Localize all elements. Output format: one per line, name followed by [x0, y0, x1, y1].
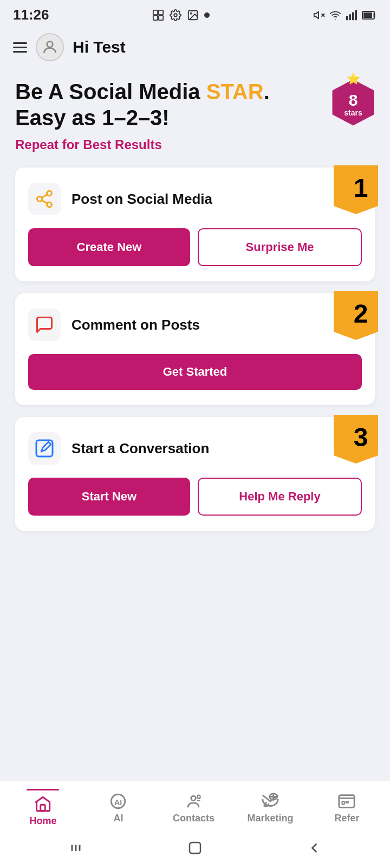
recent-apps-icon	[68, 840, 83, 856]
nav-ai-label: AI	[113, 813, 123, 824]
greeting-text: Hi Test	[73, 38, 126, 56]
nav-refer[interactable]: Refer	[325, 792, 368, 824]
bottom-nav: Home AI AI Contacts	[0, 781, 390, 868]
status-bar: 11:26	[0, 0, 390, 28]
svg-text:1: 1	[354, 173, 368, 202]
comment-icon	[35, 315, 54, 335]
svg-text:2: 2	[354, 299, 368, 328]
gear-icon	[170, 9, 181, 21]
create-new-button[interactable]: Create New	[28, 228, 190, 266]
home-icon	[34, 795, 52, 813]
dot-icon	[204, 12, 210, 18]
home-indicator	[27, 789, 59, 790]
svg-rect-14	[355, 10, 357, 20]
back-icon	[307, 840, 322, 856]
start-new-button[interactable]: Start New	[28, 478, 190, 516]
header: Hi Test	[0, 28, 390, 70]
nav-contacts[interactable]: Contacts	[172, 792, 215, 824]
card-number-3: 3	[334, 415, 377, 462]
home-gesture-button[interactable]	[186, 839, 204, 857]
card-2-header: Comment on Posts	[28, 308, 362, 341]
svg-text:AI: AI	[114, 798, 122, 807]
svg-rect-16	[363, 12, 372, 18]
card-2-title: Comment on Posts	[72, 317, 200, 333]
home-gesture-icon	[187, 840, 203, 856]
svg-point-23	[47, 202, 52, 207]
hero-title-line2: Easy as 1–2–3!	[15, 106, 170, 130]
svg-rect-1	[159, 10, 163, 14]
badge-number: 8	[344, 92, 362, 108]
svg-rect-0	[153, 10, 158, 14]
svg-rect-31	[41, 805, 46, 811]
hero-title: Be A Social Media STAR. Easy as 1–2–3!	[15, 79, 375, 131]
svg-rect-13	[352, 12, 354, 20]
user-icon	[41, 38, 58, 56]
wifi-icon	[329, 9, 341, 21]
svg-point-17	[47, 41, 53, 47]
svg-point-22	[37, 197, 42, 202]
flag-svg-3: 3	[334, 415, 378, 464]
menu-button[interactable]	[13, 42, 27, 53]
svg-rect-43	[190, 843, 200, 853]
marketing-icon	[261, 792, 280, 811]
status-icons-left	[152, 9, 210, 21]
flag-svg-2: 2	[334, 291, 378, 340]
hero-title-part1: Be A Social Media	[15, 80, 206, 104]
badge-star-icon: ⭐	[347, 72, 360, 85]
surprise-me-button[interactable]: Surprise Me	[198, 228, 362, 266]
svg-point-21	[47, 191, 52, 196]
svg-rect-12	[349, 14, 351, 20]
flag-svg-1: 1	[334, 165, 378, 214]
hero-star-text: STAR	[206, 80, 264, 104]
get-started-button[interactable]: Get Started	[28, 354, 362, 390]
edit-icon	[35, 439, 54, 458]
card-post-social: 1 Post on Social Media Create New Surpri…	[15, 168, 375, 281]
mute-icon	[313, 9, 325, 21]
card-conversation: 3 Start a Conversation Start New Help Me…	[15, 417, 375, 531]
refer-icon	[337, 792, 356, 811]
status-icons-right	[313, 9, 377, 21]
svg-point-7	[204, 12, 210, 18]
card-3-buttons: Start New Help Me Reply	[28, 478, 362, 516]
svg-rect-11	[346, 16, 348, 20]
svg-rect-2	[153, 15, 158, 20]
svg-rect-3	[159, 15, 163, 20]
card-3-title: Start a Conversation	[72, 440, 209, 457]
ai-icon: AI	[109, 792, 127, 811]
nav-contacts-label: Contacts	[173, 813, 214, 824]
svg-rect-39	[346, 801, 348, 803]
svg-point-6	[191, 12, 192, 14]
main-content: Be A Social Media STAR. Easy as 1–2–3! R…	[0, 70, 390, 554]
back-button[interactable]	[305, 839, 323, 857]
hero-section: Be A Social Media STAR. Easy as 1–2–3! R…	[15, 79, 375, 152]
card-1-header: Post on Social Media	[28, 183, 362, 215]
svg-point-34	[191, 796, 196, 801]
signal-icon	[346, 9, 358, 21]
nav-marketing[interactable]: Marketing	[247, 792, 293, 824]
image-icon	[187, 9, 199, 21]
svg-line-24	[42, 200, 47, 203]
card-comment: 2 Comment on Posts Get Started	[15, 293, 375, 405]
badge-label: stars	[344, 108, 362, 117]
stars-badge: ⭐ 8 stars	[332, 79, 375, 126]
contacts-icon	[184, 792, 203, 811]
avatar[interactable]	[36, 33, 64, 61]
svg-point-35	[198, 795, 201, 798]
recent-apps-button[interactable]	[67, 839, 85, 857]
hero-title-dot: .	[264, 80, 270, 104]
card-1-icon-wrap	[28, 183, 61, 215]
nav-items: Home AI AI Contacts	[0, 781, 390, 832]
svg-rect-38	[342, 801, 344, 805]
nav-marketing-label: Marketing	[247, 813, 293, 824]
nav-refer-label: Refer	[334, 813, 359, 824]
nav-home[interactable]: Home	[21, 789, 64, 827]
help-me-reply-button[interactable]: Help Me Reply	[198, 478, 362, 516]
repeat-text: Repeat for Best Results	[15, 137, 375, 152]
card-3-icon-wrap	[28, 432, 61, 465]
card-2-icon-wrap	[28, 308, 61, 341]
nav-ai[interactable]: AI AI	[96, 792, 140, 824]
card-number-2: 2	[334, 291, 377, 339]
svg-point-4	[174, 14, 178, 17]
svg-line-25	[42, 195, 47, 198]
card-1-title: Post on Social Media	[72, 191, 212, 208]
